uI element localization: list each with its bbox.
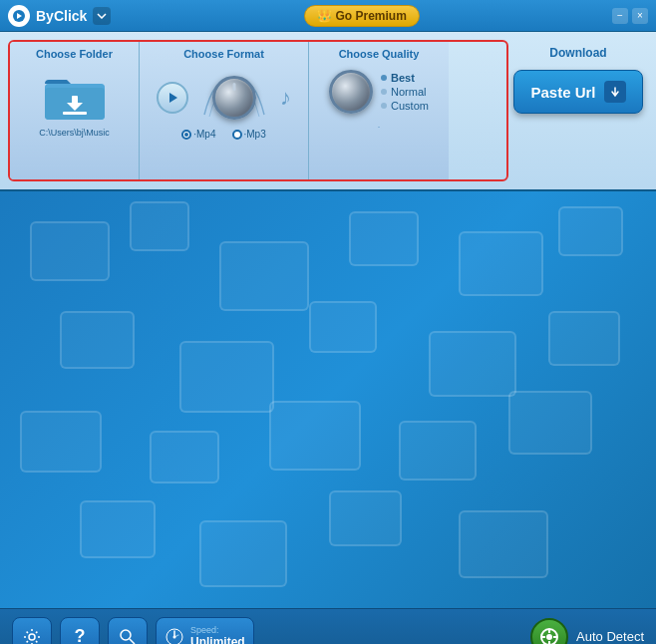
help-icon: ? — [75, 626, 86, 644]
bg-shape — [309, 301, 377, 353]
bg-shape — [219, 241, 309, 311]
format-section: Choose Format ♪ — [140, 42, 309, 179]
folder-path: C:\Users\bj\Music — [39, 128, 110, 138]
bg-shape — [508, 391, 592, 455]
dropdown-arrow[interactable] — [93, 7, 111, 25]
download-arrow-icon — [604, 81, 626, 103]
play-icon[interactable] — [157, 82, 188, 114]
bg-shape — [179, 341, 274, 413]
format-section-title: Choose Format — [183, 48, 264, 60]
mp4-option[interactable]: ·Mp4 — [181, 129, 215, 140]
svg-line-11 — [130, 639, 135, 644]
bg-shape — [329, 490, 402, 546]
svg-point-13 — [173, 635, 176, 638]
auto-detect[interactable]: Auto Detect — [530, 618, 644, 645]
paste-url-label: Paste Url — [530, 84, 595, 101]
bg-shape — [459, 510, 548, 578]
mp3-option[interactable]: ·Mp3 — [232, 129, 266, 140]
quality-custom-indicator — [381, 103, 387, 109]
mp4-radio[interactable] — [181, 130, 191, 140]
bg-shape — [459, 231, 543, 296]
folder-section-title: Choose Folder — [36, 48, 113, 60]
bg-shape — [80, 500, 156, 558]
app-name: ByClick — [36, 8, 87, 24]
quality-knob[interactable] — [329, 70, 373, 114]
quality-custom[interactable]: Custom — [381, 100, 429, 112]
search-button[interactable] — [108, 617, 148, 645]
quality-best-label: Best — [391, 72, 415, 84]
title-bar: ByClick 👑 Go Premium − × — [0, 0, 656, 32]
bg-shape — [150, 431, 219, 483]
crown-icon: 👑 — [317, 9, 332, 23]
main-content — [0, 191, 656, 608]
bg-shape — [349, 211, 419, 266]
bg-shape — [429, 331, 516, 397]
download-section: Download Paste Url — [508, 40, 648, 181]
quality-section: Choose Quality Best Normal Custom — [309, 42, 449, 179]
settings-button[interactable] — [12, 617, 52, 645]
bg-shape — [399, 421, 477, 481]
svg-rect-7 — [63, 112, 87, 115]
quality-options: Best Normal Custom — [381, 70, 429, 112]
folder-icon[interactable] — [43, 70, 107, 122]
bg-shape — [548, 311, 620, 366]
app-logo — [8, 5, 30, 27]
premium-button[interactable]: 👑 Go Premium — [304, 5, 420, 27]
speed-label: Speed: — [190, 625, 219, 635]
auto-detect-label: Auto Detect — [576, 629, 644, 644]
minimize-button[interactable]: − — [612, 8, 628, 24]
quality-best-indicator — [381, 75, 387, 81]
mp3-radio[interactable] — [232, 130, 242, 140]
mp3-label: ·Mp3 — [244, 129, 266, 140]
mp4-label: ·Mp4 — [193, 129, 215, 140]
folder-section[interactable]: Choose Folder C:\Users\bj\Music — [10, 42, 140, 179]
bg-shape — [269, 401, 361, 471]
quality-controls: Best Normal Custom — [329, 70, 429, 114]
paste-url-button[interactable]: Paste Url — [513, 70, 642, 114]
toolbar: Choose Folder C:\Users\bj\Music Choose F… — [0, 32, 656, 191]
music-note-icon: ♪ — [280, 85, 291, 111]
speed-text: Speed: Unlimited — [190, 625, 245, 645]
quality-best[interactable]: Best — [381, 72, 429, 84]
quality-normal-label: Normal — [391, 86, 426, 98]
svg-marker-8 — [169, 93, 177, 103]
help-button[interactable]: ? — [60, 617, 100, 645]
bg-shape — [20, 411, 102, 473]
bottom-bar: ? Speed: Unlimited — [0, 608, 656, 644]
speed-value: Unlimited — [190, 635, 245, 645]
window-controls: − × — [612, 8, 648, 24]
svg-point-19 — [546, 634, 552, 640]
quality-custom-label: Custom — [391, 100, 429, 112]
title-left: ByClick — [8, 5, 111, 27]
svg-point-10 — [121, 630, 131, 640]
bg-shape — [130, 201, 189, 251]
svg-point-9 — [29, 634, 35, 640]
format-knob-container — [194, 70, 274, 125]
auto-detect-icon — [530, 618, 568, 645]
format-knob[interactable] — [212, 76, 256, 120]
bg-shape — [199, 520, 287, 587]
quality-normal-indicator — [381, 89, 387, 95]
quality-extra: · — [378, 122, 381, 132]
quality-normal[interactable]: Normal — [381, 86, 429, 98]
left-sections: Choose Folder C:\Users\bj\Music Choose F… — [8, 40, 508, 181]
close-button[interactable]: × — [632, 8, 648, 24]
bg-shape — [30, 221, 110, 281]
bg-shape — [60, 311, 135, 369]
bg-shape — [558, 206, 623, 256]
quality-section-title: Choose Quality — [339, 48, 420, 60]
bottom-left: ? Speed: Unlimited — [12, 617, 254, 645]
download-label: Download — [549, 46, 606, 60]
speed-button[interactable]: Speed: Unlimited — [156, 617, 254, 645]
